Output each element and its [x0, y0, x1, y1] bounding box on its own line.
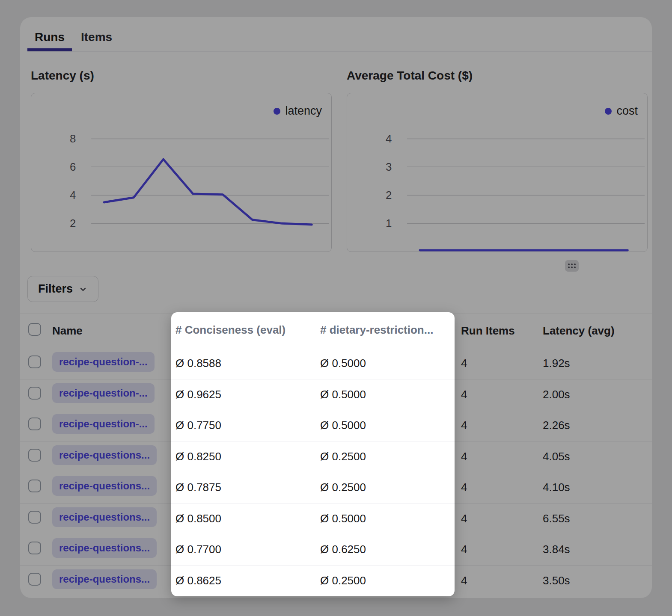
dietary-value: Ø 0.2500: [316, 450, 455, 463]
conciseness-value: Ø 0.8500: [171, 512, 316, 525]
conciseness-value: Ø 0.9625: [171, 388, 316, 401]
highlighted-columns-panel: # Conciseness (eval) # dietary-restricti…: [171, 312, 455, 596]
highlight-row: Ø 0.8500 Ø 0.5000: [171, 503, 455, 535]
highlight-row: Ø 0.7875 Ø 0.2500: [171, 472, 455, 503]
highlight-row: Ø 0.8250 Ø 0.2500: [171, 441, 455, 473]
conciseness-value: Ø 0.7700: [171, 543, 316, 556]
dietary-value: Ø 0.6250: [316, 543, 455, 556]
dietary-value: Ø 0.5000: [316, 512, 455, 525]
conciseness-value: Ø 0.7875: [171, 481, 316, 494]
dietary-value: Ø 0.5000: [316, 419, 455, 432]
dietary-value: Ø 0.2500: [316, 481, 455, 494]
highlight-header-row: # Conciseness (eval) # dietary-restricti…: [171, 312, 455, 348]
highlight-row: Ø 0.8625 Ø 0.2500: [171, 566, 455, 597]
dietary-value: Ø 0.2500: [316, 574, 455, 587]
highlight-row: Ø 0.9625 Ø 0.5000: [171, 379, 455, 411]
conciseness-value: Ø 0.8250: [171, 450, 316, 463]
highlight-row: Ø 0.7750 Ø 0.5000: [171, 410, 455, 441]
highlight-header-dietary: # dietary-restriction...: [316, 323, 455, 337]
page-background: Runs Items Latency (s) 8642 latency Aver…: [0, 0, 672, 616]
highlight-row: Ø 0.8588 Ø 0.5000: [171, 348, 455, 379]
highlight-row: Ø 0.7700 Ø 0.6250: [171, 534, 455, 566]
dietary-value: Ø 0.5000: [316, 388, 455, 401]
conciseness-value: Ø 0.7750: [171, 419, 316, 432]
conciseness-value: Ø 0.8625: [171, 574, 316, 587]
dietary-value: Ø 0.5000: [316, 357, 455, 370]
highlight-header-conciseness: # Conciseness (eval): [171, 323, 316, 337]
conciseness-value: Ø 0.8588: [171, 357, 316, 370]
